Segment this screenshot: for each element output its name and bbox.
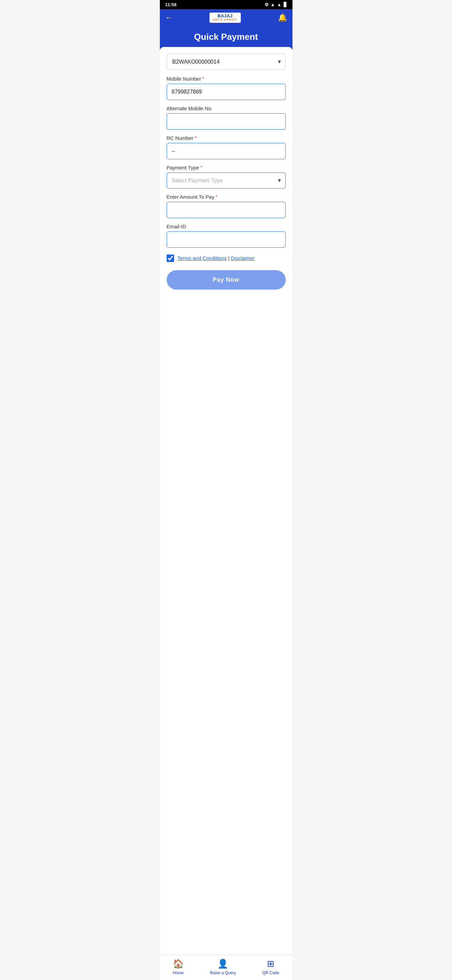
- amount-label: Enter Amount To Pay *: [167, 194, 286, 200]
- email-input[interactable]: [167, 231, 286, 248]
- content-area: B2WAKO00000014 ▾ Mobile Number * Alterna…: [160, 47, 292, 966]
- bottom-nav-qr-code[interactable]: ⊞ QR Code: [262, 959, 279, 975]
- mobile-number-input[interactable]: [167, 84, 286, 100]
- payment-type-required-star: *: [200, 165, 202, 170]
- email-label: Email-ID: [167, 224, 286, 229]
- payment-type-field-group: Payment Type * Select Payment Type EMI P…: [167, 165, 286, 189]
- raise-query-icon: 👤: [217, 959, 228, 969]
- page-title: Quick Payment: [194, 32, 258, 42]
- email-field-group: Email-ID: [167, 224, 286, 248]
- mobile-number-required-star: *: [202, 76, 204, 81]
- brand-logo: BAJAJ AUTO CREDIT: [209, 13, 241, 23]
- raise-query-label: Raise a Query: [210, 970, 236, 975]
- notification-bell-icon[interactable]: 🔔: [278, 13, 287, 22]
- pay-now-button[interactable]: Pay Now: [167, 270, 286, 290]
- logo-autocredit-text: AUTO CREDIT: [213, 18, 237, 21]
- alternate-mobile-field-group: Alternate Mobile No: [167, 105, 286, 130]
- terms-row: Terms and Conditions | Disclaimer: [167, 255, 286, 262]
- payment-type-wrapper: Select Payment Type EMI Pre-closure Fore…: [167, 172, 286, 189]
- disclaimer-link[interactable]: Disclaimer: [231, 255, 255, 261]
- amount-field-group: Enter Amount To Pay *: [167, 194, 286, 218]
- amount-required-star: *: [216, 194, 217, 199]
- alternate-mobile-input[interactable]: [167, 113, 286, 130]
- status-icons: ⚙ ▲ ▲ ▊: [265, 2, 287, 7]
- bottom-nav-home[interactable]: 🏠 Home: [173, 959, 184, 975]
- payment-type-dropdown[interactable]: Select Payment Type EMI Pre-closure Fore…: [167, 172, 286, 189]
- bottom-nav: 🏠 Home 👤 Raise a Query ⊞ QR Code: [160, 955, 292, 980]
- qr-code-icon: ⊞: [267, 959, 274, 969]
- wifi-icon: ▲: [271, 2, 275, 7]
- status-time: 11:58: [165, 2, 176, 7]
- mobile-number-label: Mobile Number *: [167, 76, 286, 82]
- rc-number-required-star: *: [195, 135, 197, 140]
- amount-input[interactable]: [167, 202, 286, 218]
- terms-and-conditions-link[interactable]: Terms and Conditions: [178, 255, 227, 261]
- mobile-number-field-group: Mobile Number *: [167, 76, 286, 100]
- home-label: Home: [173, 970, 184, 975]
- home-icon: 🏠: [173, 959, 184, 969]
- payment-type-label: Payment Type *: [167, 165, 286, 170]
- signal-icon: ▲: [277, 2, 282, 7]
- rc-number-field-group: RC Number *: [167, 135, 286, 159]
- settings-icon: ⚙: [265, 2, 269, 7]
- page-title-bar: Quick Payment: [160, 26, 292, 50]
- terms-text: Terms and Conditions | Disclaimer: [178, 255, 255, 261]
- terms-checkbox[interactable]: [167, 255, 174, 262]
- rc-number-label: RC Number *: [167, 135, 286, 141]
- account-dropdown-container: B2WAKO00000014 ▾: [167, 54, 286, 70]
- status-bar: 11:58 ⚙ ▲ ▲ ▊: [160, 0, 292, 9]
- alternate-mobile-label: Alternate Mobile No: [167, 105, 286, 111]
- rc-number-input[interactable]: [167, 143, 286, 159]
- nav-bar: ← BAJAJ AUTO CREDIT 🔔: [160, 9, 292, 26]
- back-button[interactable]: ←: [165, 13, 173, 22]
- qr-code-label: QR Code: [262, 970, 279, 975]
- battery-icon: ▊: [284, 2, 287, 7]
- bottom-nav-raise-query[interactable]: 👤 Raise a Query: [210, 959, 236, 975]
- account-dropdown[interactable]: B2WAKO00000014: [167, 54, 286, 70]
